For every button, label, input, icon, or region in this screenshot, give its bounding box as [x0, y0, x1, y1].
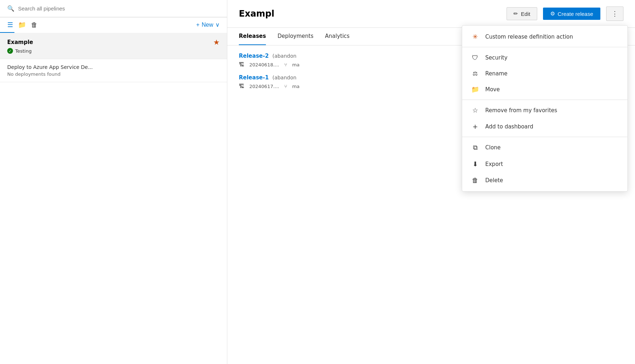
release-icon: ⚙ — [550, 10, 555, 17]
plus-circle-icon: + — [471, 123, 479, 130]
pipeline-status-text: Testing — [15, 48, 32, 54]
asterisk-icon: ✳ — [471, 33, 479, 40]
toolbar: ☰ 📁 🗑 + New ∨ — [0, 17, 227, 33]
release-1-date: 20240617.... — [249, 84, 279, 89]
release-2-branch: ma — [292, 62, 300, 67]
pipeline-list: Example ★ ✓ Testing Deploy to Azure App … — [0, 33, 227, 364]
pipeline-secondary-name: Deploy to Azure App Service De... — [7, 64, 220, 70]
trash-delete-icon: 🗑 — [471, 176, 479, 184]
pipeline-status: ✓ Testing — [7, 48, 220, 54]
copy-icon: ⧉ — [471, 144, 479, 152]
trash-icon[interactable]: 🗑 — [31, 21, 38, 28]
menu-item-rename[interactable]: ⚖ Rename — [462, 66, 627, 81]
tab-analytics[interactable]: Analytics — [325, 28, 350, 45]
plus-icon: + — [196, 22, 200, 28]
edit-label: Edit — [521, 11, 530, 17]
release-2-status: (abandon — [272, 53, 297, 59]
release-1-link[interactable]: Release-1 — [239, 74, 269, 81]
release-1-branch-icon: ⑂ — [284, 84, 287, 89]
menu-item-remove-favorites-label: Remove from my favorites — [485, 107, 557, 114]
release-2-branch-icon: ⑂ — [284, 62, 287, 67]
menu-item-clone[interactable]: ⧉ Clone — [462, 139, 627, 156]
folder-icon[interactable]: 📁 — [18, 21, 26, 28]
menu-item-rename-label: Rename — [485, 70, 508, 77]
search-input[interactable] — [18, 5, 220, 12]
edit-button[interactable]: ✏ Edit — [507, 7, 537, 20]
menu-item-security-label: Security — [485, 54, 508, 61]
edit-icon: ✏ — [513, 10, 518, 17]
menu-item-custom-action[interactable]: ✳ Custom release definition action — [462, 28, 627, 45]
release-1-branch: ma — [292, 84, 300, 89]
menu-item-move[interactable]: 📁 Move — [462, 81, 627, 97]
new-button[interactable]: + New ∨ — [196, 21, 220, 28]
list-icon[interactable]: ☰ — [7, 21, 13, 28]
rename-icon: ⚖ — [471, 70, 479, 77]
pipeline-item-deploy[interactable]: Deploy to Azure App Service De... No dep… — [0, 59, 227, 82]
sidebar: 🔍 ☰ 📁 🗑 + New ∨ Example ★ ✓ Testing D — [0, 0, 227, 364]
page-title: Exampl — [239, 9, 274, 19]
context-menu: ✳ Custom release definition action 🛡 Sec… — [462, 25, 628, 192]
star-outline-icon: ☆ — [471, 106, 479, 114]
create-release-button[interactable]: ⚙ Create release — [543, 8, 600, 20]
menu-separator-2 — [462, 100, 627, 100]
menu-item-add-dashboard[interactable]: + Add to dashboard — [462, 118, 627, 135]
search-icon: 🔍 — [7, 5, 14, 12]
star-filled-icon[interactable]: ★ — [213, 38, 220, 47]
release-1-status: (abandon — [272, 75, 297, 80]
shield-icon: 🛡 — [471, 54, 479, 61]
menu-item-delete[interactable]: 🗑 Delete — [462, 172, 627, 188]
more-button[interactable]: ⋮ — [606, 6, 623, 21]
menu-item-clone-label: Clone — [485, 144, 501, 151]
create-release-label: Create release — [558, 11, 593, 17]
menu-item-custom-action-label: Custom release definition action — [485, 34, 573, 40]
main-content: Exampl ✏ Edit ⚙ Create release ⋮ Release… — [227, 0, 635, 364]
folder-move-icon: 📁 — [471, 85, 479, 93]
menu-item-export-label: Export — [485, 161, 503, 167]
more-icon: ⋮ — [612, 10, 618, 17]
search-bar: 🔍 — [0, 0, 227, 17]
status-check-icon: ✓ — [7, 48, 13, 54]
menu-item-security[interactable]: 🛡 Security — [462, 49, 627, 66]
chevron-down-icon: ∨ — [215, 21, 220, 28]
tab-deployments[interactable]: Deployments — [277, 28, 314, 45]
main-header: Exampl ✏ Edit ⚙ Create release ⋮ — [227, 0, 635, 28]
menu-item-remove-favorites[interactable]: ☆ Remove from my favorites — [462, 102, 627, 118]
release-1-build-icon: 🏗 — [239, 83, 244, 89]
download-icon: ⬇ — [471, 160, 479, 168]
tab-releases[interactable]: Releases — [239, 28, 266, 45]
menu-separator-1 — [462, 47, 627, 47]
new-label: New — [202, 22, 213, 28]
release-2-date: 20240618.... — [249, 62, 279, 67]
menu-item-export[interactable]: ⬇ Export — [462, 156, 627, 172]
menu-separator-3 — [462, 137, 627, 137]
release-2-build-icon: 🏗 — [239, 61, 244, 68]
pipeline-secondary-sub: No deployments found — [7, 71, 220, 77]
release-2-link[interactable]: Release-2 — [239, 53, 269, 59]
menu-item-delete-label: Delete — [485, 177, 503, 184]
pipeline-item-example[interactable]: Example ★ ✓ Testing — [0, 33, 227, 59]
pipeline-name: Example — [7, 39, 33, 45]
menu-item-move-label: Move — [485, 86, 500, 93]
menu-item-add-dashboard-label: Add to dashboard — [485, 123, 533, 130]
